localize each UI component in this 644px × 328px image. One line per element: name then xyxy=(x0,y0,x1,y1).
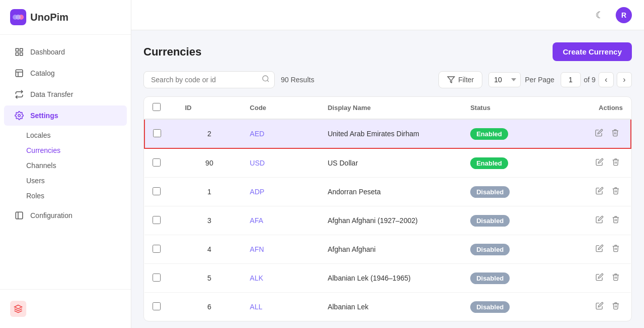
sidebar-item-users[interactable]: Users xyxy=(0,173,131,188)
results-text: 90 Results xyxy=(281,76,314,84)
status-badge: Disabled xyxy=(470,272,510,284)
sidebar-item-dashboard[interactable]: Dashboard xyxy=(4,42,127,62)
search-icon xyxy=(262,75,270,85)
row-checkbox-5[interactable] xyxy=(153,274,161,282)
sidebar-item-configuration-label: Configuration xyxy=(30,211,72,220)
col-header-id: ID xyxy=(177,97,241,119)
sidebar-item-settings-label: Settings xyxy=(30,112,58,120)
cell-id: 2 xyxy=(177,119,241,148)
svg-rect-8 xyxy=(16,70,23,77)
cell-id: 1 xyxy=(177,178,241,206)
content: Currencies Create Currency 90 Results Fi… xyxy=(131,30,644,328)
cell-display-name: Afghan Afghani (1927–2002) xyxy=(320,206,462,235)
sidebar-nav: Dashboard Catalog Data Transfer Settings… xyxy=(0,35,131,289)
svg-rect-6 xyxy=(16,53,18,56)
settings-sub-nav: Locales Currencies Channels Users Roles xyxy=(0,127,131,204)
pagination-wrap: of 9 ‹ › xyxy=(561,72,632,87)
row-checkbox-3[interactable] xyxy=(153,216,161,224)
select-all-cell xyxy=(144,97,177,119)
edit-button-0[interactable] xyxy=(592,127,606,141)
row-checkbox-1[interactable] xyxy=(153,158,161,167)
logo-text: UnoPim xyxy=(30,12,69,23)
delete-button-6[interactable] xyxy=(609,300,623,314)
cell-status: Disabled xyxy=(462,206,553,235)
sidebar-item-data-transfer-label: Data Transfer xyxy=(30,90,73,98)
status-badge: Enabled xyxy=(470,157,508,169)
edit-button-2[interactable] xyxy=(592,185,607,199)
cell-status: Enabled xyxy=(462,119,553,148)
sidebar-item-channels[interactable]: Channels xyxy=(0,158,131,173)
svg-rect-5 xyxy=(20,48,23,51)
filter-button[interactable]: Filter xyxy=(438,71,482,88)
cell-status: Disabled xyxy=(462,235,553,264)
cell-id: 3 xyxy=(177,206,241,235)
edit-button-3[interactable] xyxy=(592,213,607,228)
row-checkbox-4[interactable] xyxy=(153,245,161,253)
bottom-icon xyxy=(10,301,26,317)
sidebar-item-locales[interactable]: Locales xyxy=(0,128,131,143)
sidebar-item-settings[interactable]: Settings xyxy=(4,105,127,126)
cell-status: Disabled xyxy=(462,264,553,293)
avatar[interactable]: R xyxy=(616,7,632,23)
topbar: ☾ R xyxy=(131,0,644,30)
cell-id: 5 xyxy=(177,264,241,293)
page-input[interactable] xyxy=(561,72,581,87)
delete-button-4[interactable] xyxy=(609,242,623,256)
cell-actions xyxy=(553,235,631,264)
row-checkbox-2[interactable] xyxy=(153,187,161,195)
sidebar-item-currencies[interactable]: Currencies xyxy=(0,143,131,158)
cell-status: Disabled xyxy=(462,178,553,206)
sidebar-item-roles[interactable]: Roles xyxy=(0,188,131,203)
moon-icon[interactable]: ☾ xyxy=(591,7,608,23)
sidebar-bottom-icon xyxy=(0,296,131,322)
next-page-button[interactable]: › xyxy=(617,72,632,87)
sidebar-item-configuration[interactable]: Configuration xyxy=(4,205,127,226)
select-all-checkbox[interactable] xyxy=(153,103,161,111)
cell-actions xyxy=(553,119,631,148)
delete-button-1[interactable] xyxy=(609,156,623,170)
delete-button-5[interactable] xyxy=(609,271,623,285)
per-page-select[interactable]: 10 25 50 100 xyxy=(488,72,521,87)
status-badge: Disabled xyxy=(470,301,510,313)
sidebar-item-catalog[interactable]: Catalog xyxy=(4,63,127,83)
edit-button-5[interactable] xyxy=(592,271,607,285)
cell-display-name: Afghan Afghani xyxy=(320,235,462,264)
cell-id: 6 xyxy=(177,293,241,321)
cell-code: AED xyxy=(242,119,320,148)
main: ☾ R Currencies Create Currency 90 Result… xyxy=(131,0,644,328)
row-checkbox-cell xyxy=(144,119,177,148)
cell-actions xyxy=(553,264,631,293)
table-row: 3 AFA Afghan Afghani (1927–2002) Disable… xyxy=(144,206,631,235)
edit-button-1[interactable] xyxy=(592,156,607,170)
edit-button-4[interactable] xyxy=(592,242,607,256)
svg-point-14 xyxy=(263,76,268,81)
row-checkbox-6[interactable] xyxy=(153,302,161,310)
col-header-display-name: Display Name xyxy=(320,97,462,119)
per-page-wrap: 10 25 50 100 Per Page xyxy=(488,72,554,87)
sidebar: UnoPim Dashboard Catalog Data Transfer S… xyxy=(0,0,131,328)
prev-page-button[interactable]: ‹ xyxy=(599,72,614,87)
data-transfer-icon xyxy=(14,89,24,99)
cell-display-name: United Arab Emirates Dirham xyxy=(320,119,462,148)
svg-rect-12 xyxy=(16,212,23,219)
status-badge: Disabled xyxy=(470,244,510,255)
cell-status: Disabled xyxy=(462,293,553,321)
delete-button-0[interactable] xyxy=(608,127,622,141)
cell-id: 4 xyxy=(177,235,241,264)
cell-actions xyxy=(553,293,631,321)
cell-code: ALL xyxy=(242,293,320,321)
toolbar: 90 Results Filter 10 25 50 100 Per Page … xyxy=(143,71,632,88)
delete-button-3[interactable] xyxy=(609,213,623,228)
search-wrap xyxy=(143,71,275,88)
create-currency-button[interactable]: Create Currency xyxy=(553,42,632,61)
sidebar-item-data-transfer[interactable]: Data Transfer xyxy=(4,84,127,104)
sidebar-item-dashboard-label: Dashboard xyxy=(30,48,65,56)
row-checkbox-0[interactable] xyxy=(153,129,161,137)
row-checkbox-cell xyxy=(144,235,177,264)
edit-button-6[interactable] xyxy=(592,300,607,314)
svg-marker-16 xyxy=(448,77,454,83)
delete-button-2[interactable] xyxy=(609,185,623,199)
table-header-row: ID Code Display Name Status Actions xyxy=(144,97,631,119)
search-input[interactable] xyxy=(143,71,275,88)
of-pages: of 9 xyxy=(584,76,596,84)
